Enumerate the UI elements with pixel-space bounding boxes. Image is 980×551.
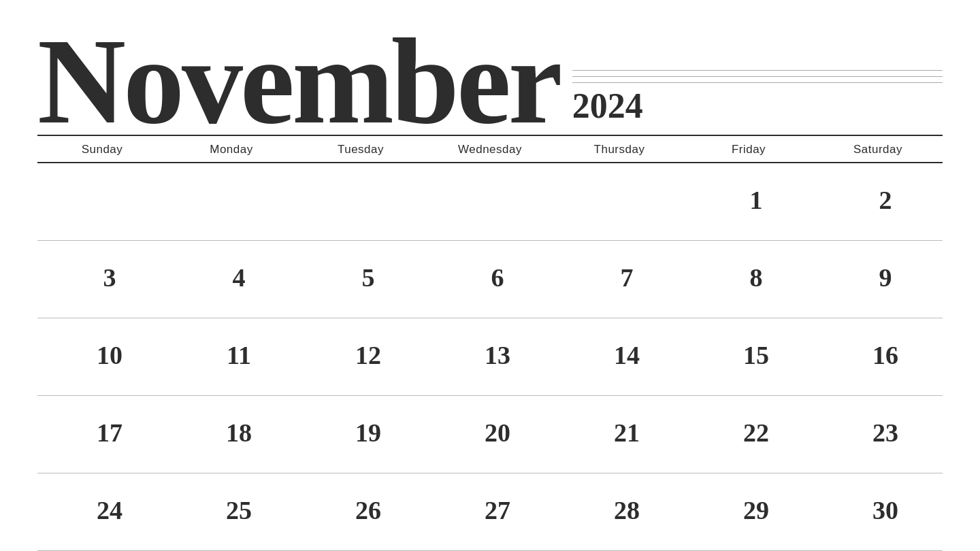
calendar-cell-w1-thu: [555, 163, 684, 241]
year-line-2: [572, 76, 943, 77]
calendar-cell-w4-sat: 23: [813, 396, 943, 473]
calendar-cell-w4-fri: 22: [684, 396, 813, 473]
calendar-cell-w4-tue: 19: [296, 396, 425, 473]
day-number-3: 3: [52, 250, 167, 293]
calendar-cell-w4-wed: 20: [425, 396, 555, 473]
calendar-cell-w3-tue: 12: [296, 318, 425, 396]
day-number-14: 14: [570, 328, 684, 370]
year-line-3: [572, 82, 943, 83]
day-number-30: 30: [828, 483, 943, 525]
calendar-header: November 2024: [37, 0, 943, 136]
year-lines: [572, 70, 943, 83]
day-number-5: 5: [311, 250, 425, 293]
calendar-cell-w4-mon: 18: [167, 396, 296, 473]
year-number: 2024: [572, 88, 943, 124]
day-number-9: 9: [828, 250, 943, 293]
calendar-body: SundayMondayTuesdayWednesdayThursdayFrid…: [37, 136, 943, 551]
day-number-11: 11: [182, 328, 296, 370]
calendar-cell-w2-sat: 9: [813, 241, 943, 318]
calendar-cell-w2-wed: 6: [425, 241, 555, 318]
calendar-cell-w2-thu: 7: [555, 241, 684, 318]
day-number-12: 12: [311, 328, 425, 370]
calendar-cell-w5-sat: 30: [813, 473, 943, 551]
calendar-cell-w3-wed: 13: [425, 318, 555, 396]
calendar-grid: 1234567891011121314151617181920212223242…: [37, 163, 943, 551]
day-number-16: 16: [828, 328, 943, 370]
calendar-cell-w2-tue: 5: [296, 241, 425, 318]
month-title: November: [37, 20, 560, 143]
calendar-cell-w4-thu: 21: [555, 396, 684, 473]
calendar-cell-w3-sat: 16: [813, 318, 943, 396]
calendar-cell-w3-sun: 10: [37, 318, 167, 396]
calendar-page: November 2024 SundayMondayTuesdayWednesd…: [0, 0, 980, 551]
day-number-13: 13: [440, 328, 555, 370]
calendar-cell-w2-mon: 4: [167, 241, 296, 318]
day-header-friday: Friday: [684, 136, 813, 162]
calendar-cell-w5-thu: 28: [555, 473, 684, 551]
day-number-23: 23: [828, 405, 943, 448]
day-number-24: 24: [52, 483, 167, 525]
calendar-cell-w2-sun: 3: [37, 241, 167, 318]
calendar-cell-w3-thu: 14: [555, 318, 684, 396]
day-number-8: 8: [699, 250, 813, 293]
day-number-6: 6: [440, 250, 555, 293]
calendar-cell-w5-fri: 29: [684, 473, 813, 551]
day-number-15: 15: [699, 328, 813, 370]
day-header-thursday: Thursday: [555, 136, 684, 162]
day-number-1: 1: [699, 173, 813, 215]
calendar-cell-w2-fri: 8: [684, 241, 813, 318]
header-bottom-line: [37, 135, 943, 136]
calendar-cell-w1-sun: [37, 163, 167, 241]
calendar-cell-w1-mon: [167, 163, 296, 241]
day-number-4: 4: [182, 250, 296, 293]
day-number-19: 19: [311, 405, 425, 448]
calendar-cell-w4-sun: 17: [37, 396, 167, 473]
day-number-29: 29: [699, 483, 813, 525]
day-number-25: 25: [182, 483, 296, 525]
day-number-2: 2: [828, 173, 943, 215]
day-number-28: 28: [570, 483, 684, 525]
calendar-cell-w1-wed: [425, 163, 555, 241]
day-header-saturday: Saturday: [813, 136, 943, 162]
calendar-cell-w1-sat: 2: [813, 163, 943, 241]
calendar-cell-w5-mon: 25: [167, 473, 296, 551]
day-number-7: 7: [570, 250, 684, 293]
day-number-26: 26: [311, 483, 425, 525]
calendar-cell-w3-mon: 11: [167, 318, 296, 396]
day-number-10: 10: [52, 328, 167, 370]
year-line-1: [572, 70, 943, 71]
calendar-cell-w5-tue: 26: [296, 473, 425, 551]
day-number-27: 27: [440, 483, 555, 525]
year-block: 2024: [572, 70, 943, 124]
day-number-22: 22: [699, 405, 813, 448]
day-number-20: 20: [440, 405, 555, 448]
day-number-18: 18: [182, 405, 296, 448]
calendar-cell-w5-wed: 27: [425, 473, 555, 551]
calendar-cell-w1-fri: 1: [684, 163, 813, 241]
calendar-cell-w1-tue: [296, 163, 425, 241]
day-number-17: 17: [52, 405, 167, 448]
calendar-cell-w3-fri: 15: [684, 318, 813, 396]
calendar-cell-w5-sun: 24: [37, 473, 167, 551]
day-number-21: 21: [570, 405, 684, 448]
